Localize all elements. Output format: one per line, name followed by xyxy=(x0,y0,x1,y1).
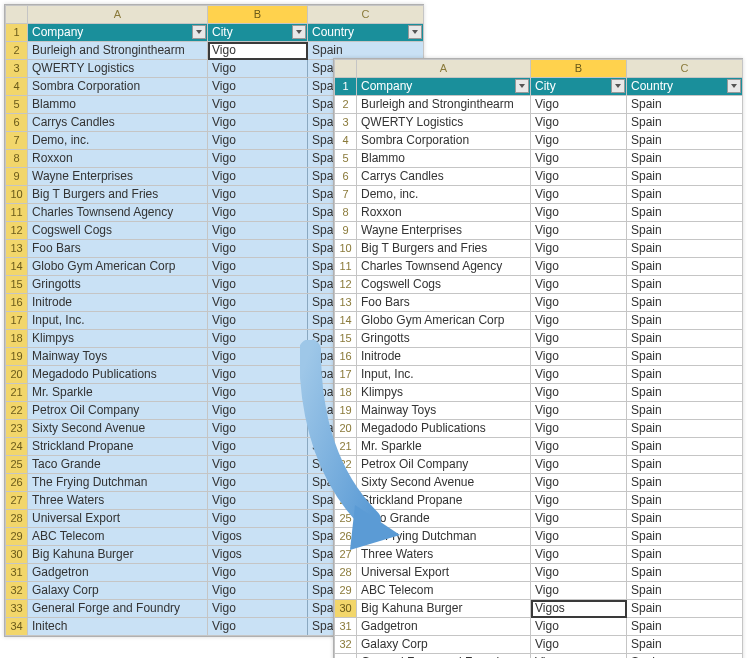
row-number[interactable]: 14 xyxy=(335,312,357,330)
cell-company[interactable]: Carrys Candles xyxy=(28,114,208,132)
cell-company[interactable]: Big Kahuna Burger xyxy=(28,546,208,564)
cell-city[interactable]: Vigo xyxy=(531,510,627,528)
cell-city[interactable]: Vigo xyxy=(531,366,627,384)
cell-country[interactable]: Spain xyxy=(627,168,743,186)
row-number[interactable]: 9 xyxy=(335,222,357,240)
cell-country[interactable]: Spain xyxy=(627,528,743,546)
cell-city[interactable]: Vigo xyxy=(208,618,308,636)
row-number[interactable]: 1 xyxy=(6,24,28,42)
row-number[interactable]: 3 xyxy=(6,60,28,78)
cell-country[interactable]: Spain xyxy=(627,330,743,348)
cell-city[interactable]: Vigos xyxy=(208,546,308,564)
row-number[interactable]: 26 xyxy=(6,474,28,492)
cell-company[interactable]: Universal Export xyxy=(357,564,531,582)
cell-city[interactable]: Vigo xyxy=(208,240,308,258)
cell-company[interactable]: Input, Inc. xyxy=(357,366,531,384)
cell-country[interactable]: Spain xyxy=(627,402,743,420)
cell-country[interactable]: Spain xyxy=(627,474,743,492)
row-number[interactable]: 20 xyxy=(335,420,357,438)
cell-city[interactable]: Vigo xyxy=(531,636,627,654)
cell-country[interactable]: Spain xyxy=(627,186,743,204)
cell-city[interactable]: Vigo xyxy=(208,510,308,528)
cell-country[interactable]: Spain xyxy=(627,150,743,168)
cell-company[interactable]: Sombra Corporation xyxy=(357,132,531,150)
cell-company[interactable]: QWERTY Logistics xyxy=(357,114,531,132)
cell-company[interactable]: Charles Townsend Agency xyxy=(28,204,208,222)
column-header-b[interactable]: B xyxy=(208,6,308,24)
row-number[interactable]: 13 xyxy=(6,240,28,258)
cell-company[interactable]: Strickland Propane xyxy=(28,438,208,456)
cell-country[interactable]: Spain xyxy=(627,510,743,528)
cell-city[interactable]: Vigo xyxy=(208,330,308,348)
cell-city[interactable]: Vigo xyxy=(531,186,627,204)
cell-city[interactable]: Vigo xyxy=(208,402,308,420)
row-number[interactable]: 19 xyxy=(335,402,357,420)
row-number[interactable]: 1 xyxy=(335,78,357,96)
cell-city[interactable]: Vigo xyxy=(208,276,308,294)
cell-city[interactable]: Vigo xyxy=(531,222,627,240)
header-cell-country[interactable]: Country xyxy=(308,24,424,42)
cell-city[interactable]: Vigo xyxy=(531,564,627,582)
row-number[interactable]: 32 xyxy=(6,582,28,600)
cell-city[interactable]: Vigo xyxy=(531,546,627,564)
cell-city[interactable]: Vigo xyxy=(531,96,627,114)
cell-company[interactable]: Demo, inc. xyxy=(357,186,531,204)
row-number[interactable]: 8 xyxy=(335,204,357,222)
row-number[interactable]: 25 xyxy=(335,510,357,528)
cell-city[interactable]: Vigo xyxy=(208,132,308,150)
cell-company[interactable]: Megadodo Publications xyxy=(357,420,531,438)
row-number[interactable]: 10 xyxy=(6,186,28,204)
cell-company[interactable]: Demo, inc. xyxy=(28,132,208,150)
cell-company[interactable]: Klimpys xyxy=(28,330,208,348)
cell-company[interactable]: Galaxy Corp xyxy=(357,636,531,654)
cell-company[interactable]: Big T Burgers and Fries xyxy=(28,186,208,204)
cell-city[interactable]: Vigo xyxy=(208,312,308,330)
row-number[interactable]: 2 xyxy=(6,42,28,60)
cell-company[interactable]: Sombra Corporation xyxy=(28,78,208,96)
cell-country[interactable]: Spain xyxy=(627,582,743,600)
cell-company[interactable]: Foo Bars xyxy=(28,240,208,258)
cell-city[interactable]: Vigo xyxy=(531,582,627,600)
cell-country[interactable]: Spain xyxy=(627,258,743,276)
cell-city[interactable]: Vigo xyxy=(531,294,627,312)
row-number[interactable]: 11 xyxy=(335,258,357,276)
cell-city[interactable]: Vigo xyxy=(531,492,627,510)
cell-city[interactable]: Vigo xyxy=(208,492,308,510)
row-number[interactable]: 21 xyxy=(6,384,28,402)
row-number[interactable]: 23 xyxy=(6,420,28,438)
row-number[interactable]: 31 xyxy=(335,618,357,636)
cell-company[interactable]: Foo Bars xyxy=(357,294,531,312)
cell-city[interactable]: Vigo xyxy=(208,420,308,438)
cell-city[interactable]: Vigo xyxy=(208,114,308,132)
cell-city[interactable]: Vigo xyxy=(531,276,627,294)
row-number[interactable]: 22 xyxy=(335,456,357,474)
cell-company[interactable]: Three Waters xyxy=(357,546,531,564)
column-header-c[interactable]: C xyxy=(308,6,424,24)
cell-country[interactable]: Spain xyxy=(627,240,743,258)
cell-country[interactable]: Spain xyxy=(627,546,743,564)
cell-company[interactable]: Strickland Propane xyxy=(357,492,531,510)
cell-company[interactable]: Gadgetron xyxy=(28,564,208,582)
cell-city[interactable]: Vigo xyxy=(208,60,308,78)
cell-city[interactable]: Vigo xyxy=(208,186,308,204)
cell-company[interactable]: Globo Gym American Corp xyxy=(357,312,531,330)
row-number[interactable]: 14 xyxy=(6,258,28,276)
cell-city[interactable]: Vigo xyxy=(208,564,308,582)
row-number[interactable]: 33 xyxy=(6,600,28,618)
row-number[interactable]: 28 xyxy=(335,564,357,582)
cell-company[interactable]: General Forge and Foundry xyxy=(28,600,208,618)
row-number[interactable]: 33 xyxy=(335,654,357,659)
row-number[interactable]: 29 xyxy=(6,528,28,546)
row-number[interactable]: 5 xyxy=(335,150,357,168)
header-cell-company[interactable]: Company xyxy=(28,24,208,42)
row-number[interactable]: 17 xyxy=(335,366,357,384)
cell-company[interactable]: Wayne Enterprises xyxy=(28,168,208,186)
cell-company[interactable]: Cogswell Cogs xyxy=(357,276,531,294)
cell-country[interactable]: Spain xyxy=(627,204,743,222)
cell-city[interactable]: Vigo xyxy=(531,312,627,330)
cell-city[interactable]: Vigo xyxy=(531,384,627,402)
cell-company[interactable]: Petrox Oil Company xyxy=(28,402,208,420)
cell-company[interactable]: Mr. Sparkle xyxy=(357,438,531,456)
cell-company[interactable]: General Forge and Foundry xyxy=(357,654,531,659)
row-number[interactable]: 16 xyxy=(6,294,28,312)
